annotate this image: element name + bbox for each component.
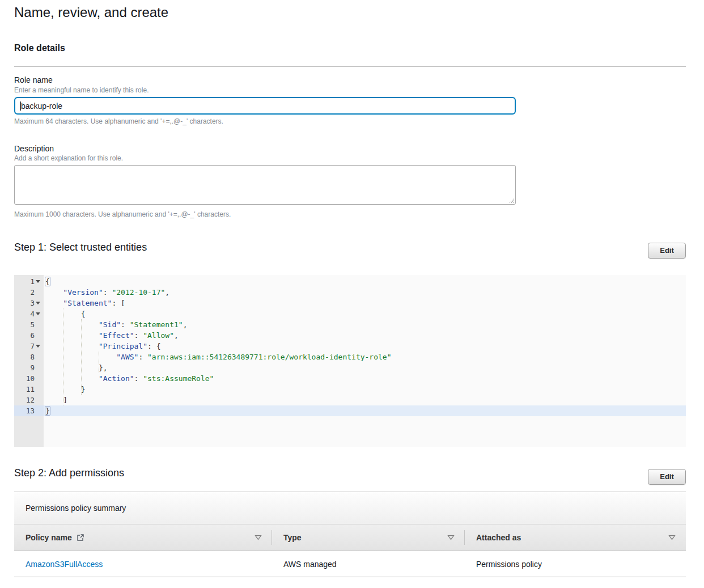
table-row: AmazonS3FullAccessAWS managedPermissions…: [14, 551, 686, 577]
code-token: "Statement": [63, 299, 112, 307]
code-token: "Statement1": [130, 320, 183, 329]
gutter-line-number: 1: [14, 276, 44, 287]
code-token: : {: [147, 342, 160, 350]
column-header-type[interactable]: Type: [272, 524, 465, 551]
code-token: "2012-10-17": [112, 288, 165, 297]
gutter-line-number: 8: [14, 352, 44, 362]
code-line: "Version": "2012-10-17",: [44, 287, 686, 298]
column-label: Attached as: [476, 533, 521, 542]
gutter-line-number: 6: [14, 330, 44, 341]
code-token: "AWS": [116, 353, 138, 361]
code-token: "Principal": [99, 342, 147, 350]
code-token: [45, 320, 99, 329]
role-details-heading: Role details: [14, 43, 65, 53]
column-header-policy-name[interactable]: Policy name: [14, 524, 272, 551]
gutter-line-number: 7: [14, 341, 44, 352]
code-token: [45, 396, 63, 404]
sort-icon[interactable]: [447, 535, 455, 540]
code-line: }: [44, 405, 686, 416]
step2-heading: Step 2: Add permissions: [14, 467, 124, 479]
code-token: "Sid": [99, 320, 121, 329]
code-token: ]: [63, 396, 67, 404]
sort-icon[interactable]: [668, 535, 676, 540]
code-token: :: [121, 320, 130, 329]
policy-type-cell: AWS managed: [272, 560, 465, 569]
code-token: ,: [165, 288, 169, 297]
sort-icon[interactable]: [255, 535, 262, 540]
code-token: [45, 342, 99, 350]
code-token: :: [138, 353, 147, 361]
code-token: "Version": [63, 288, 103, 297]
gutter-line-number: 10: [14, 373, 44, 384]
column-label: Policy name: [26, 533, 72, 542]
policy-name-cell: AmazonS3FullAccess: [14, 560, 272, 569]
description-helper: Add a short explanation for this role.: [14, 154, 123, 162]
policy-name-link[interactable]: AmazonS3FullAccess: [26, 560, 103, 569]
code-token: : [: [112, 299, 125, 307]
permissions-table-body: AmazonS3FullAccessAWS managedPermissions…: [14, 551, 686, 577]
indent-guide: [99, 352, 99, 373]
role-name-input[interactable]: backup-role: [14, 97, 516, 115]
fold-arrow-icon[interactable]: [36, 280, 40, 283]
role-details-divider: [14, 66, 686, 67]
gutter-line-number: 3: [14, 298, 44, 308]
gutter-line-number: 5: [14, 319, 44, 330]
code-line: }: [44, 384, 686, 395]
editor-code-lines: { "Version": "2012-10-17", "Statement": …: [44, 276, 686, 416]
code-token: "arn:aws:iam::541263489771:role/workload…: [147, 353, 391, 361]
permissions-table-header: Policy name Type Attached as: [14, 524, 686, 551]
code-line: },: [44, 362, 686, 373]
code-line: "AWS": "arn:aws:iam::541263489771:role/w…: [44, 352, 686, 362]
fold-arrow-icon[interactable]: [36, 345, 40, 348]
code-token: ,: [174, 331, 179, 340]
code-line: "Statement": [: [44, 298, 686, 308]
code-token: [45, 374, 99, 383]
trust-policy-code-editor[interactable]: 12345678910111213 { "Version": "2012-10-…: [14, 275, 686, 447]
fold-arrow-icon[interactable]: [36, 302, 40, 304]
gutter-line-number: 9: [14, 362, 44, 373]
code-token: "Allow": [143, 331, 174, 340]
code-token: ,: [183, 320, 188, 329]
attached-as-cell: Permissions policy: [465, 560, 686, 569]
role-name-hint: Maximum 64 characters. Use alphanumeric …: [14, 117, 223, 125]
code-line: ]: [44, 395, 686, 405]
code-token: "Action": [99, 374, 134, 383]
code-token: {: [45, 277, 50, 286]
indent-guide: [81, 319, 82, 395]
name-review-create-page: Name, review, and create Role details Ro…: [0, 0, 704, 588]
gutter-line-number: 11: [14, 384, 44, 395]
code-token: "Effect": [99, 331, 134, 340]
description-hint: Maximum 1000 characters. Use alphanumeri…: [14, 210, 231, 218]
editor-gutter: 12345678910111213: [14, 275, 44, 447]
role-name-label: Role name: [14, 75, 53, 84]
code-token: [45, 288, 63, 297]
step2-edit-button[interactable]: Edit: [648, 469, 686, 485]
gutter-line-number: 4: [14, 308, 44, 319]
permissions-summary-panel: Permissions policy summary Policy name T…: [14, 492, 686, 577]
fold-arrow-icon[interactable]: [36, 312, 40, 315]
code-token: :: [103, 288, 112, 297]
gutter-line-number: 12: [14, 395, 44, 405]
resize-handle-icon[interactable]: [508, 197, 515, 204]
description-label: Description: [14, 144, 54, 153]
code-token: :: [134, 374, 143, 383]
step1-edit-button[interactable]: Edit: [648, 243, 686, 259]
step1-heading: Step 1: Select trusted entities: [14, 242, 147, 253]
permissions-summary-title: Permissions policy summary: [14, 492, 686, 524]
description-textarea[interactable]: [14, 165, 516, 205]
column-label: Type: [283, 533, 302, 542]
code-line: {: [44, 308, 686, 319]
code-token: [45, 363, 99, 372]
code-token: [45, 299, 63, 307]
code-token: }: [45, 406, 50, 416]
code-line: "Sid": "Statement1",: [44, 319, 686, 330]
code-token: {: [81, 310, 86, 318]
code-line: {: [44, 276, 686, 287]
column-header-attached-as[interactable]: Attached as: [465, 524, 686, 551]
gutter-line-number: 2: [14, 287, 44, 298]
role-name-value: backup-role: [21, 101, 62, 111]
code-token: "sts:AssumeRole": [143, 374, 214, 383]
code-token: [45, 331, 99, 340]
gutter-line-number: 13: [14, 405, 44, 416]
code-token: },: [99, 363, 108, 372]
